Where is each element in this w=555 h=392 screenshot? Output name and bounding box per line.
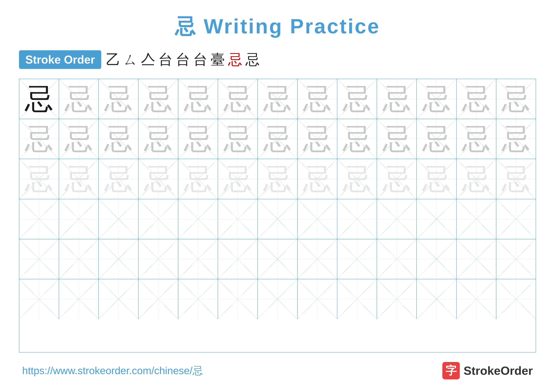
grid-cell-3-2[interactable]: 忌 [59,159,99,199]
grid-cell-1-11[interactable]: 忌 [417,79,456,119]
grid-cell-5-10[interactable] [377,239,417,279]
practice-grid: 忌 忌 忌 忌 忌 忌 忌 忌 忌 忌 忌 忌 忌 忌 忌 忌 忌 忌 忌 忌 … [19,79,536,352]
grid-cell-4-8[interactable] [298,199,337,239]
grid-cell-6-2[interactable] [59,279,99,319]
grid-row-2: 忌 忌 忌 忌 忌 忌 忌 忌 忌 忌 忌 忌 忌 [19,119,536,159]
grid-cell-1-3[interactable]: 忌 [99,79,139,119]
grid-cell-2-9[interactable]: 忌 [337,119,377,159]
grid-cell-6-1[interactable] [19,279,59,319]
footer-logo: 字 StrokeOrder [442,362,533,379]
grid-cell-3-10[interactable]: 忌 [377,159,417,199]
logo-text: StrokeOrder [464,364,533,378]
grid-cell-6-13[interactable] [496,279,536,319]
grid-cell-1-7[interactable]: 忌 [258,79,297,119]
grid-cell-5-3[interactable] [99,239,139,279]
grid-cell-4-5[interactable] [178,199,218,239]
grid-cell-2-10[interactable]: 忌 [377,119,417,159]
grid-cell-5-6[interactable] [218,239,258,279]
grid-cell-2-6[interactable]: 忌 [218,119,258,159]
grid-cell-4-12[interactable] [457,199,496,239]
grid-cell-2-8[interactable]: 忌 [298,119,337,159]
grid-cell-3-5[interactable]: 忌 [178,159,218,199]
grid-cell-3-12[interactable]: 忌 [457,159,496,199]
grid-cell-1-12[interactable]: 忌 [457,79,496,119]
grid-cell-4-10[interactable] [377,199,417,239]
grid-cell-4-4[interactable] [139,199,178,239]
grid-cell-6-3[interactable] [99,279,139,319]
grid-cell-6-5[interactable] [178,279,218,319]
grid-cell-2-2[interactable]: 忌 [59,119,99,159]
char-dark: 忌 [25,80,53,118]
grid-row-3: 忌 忌 忌 忌 忌 忌 忌 忌 忌 忌 忌 忌 忌 [19,159,536,199]
stroke-5: 台 [176,50,190,69]
grid-cell-2-3[interactable]: 忌 [99,119,139,159]
stroke-1: 乙 [106,50,120,69]
grid-cell-5-11[interactable] [417,239,456,279]
grid-cell-1-10[interactable]: 忌 [377,79,417,119]
grid-cell-1-5[interactable]: 忌 [178,79,218,119]
grid-cell-4-13[interactable] [496,199,536,239]
grid-cell-3-1[interactable]: 忌 [19,159,59,199]
grid-cell-2-1[interactable]: 忌 [19,119,59,159]
stroke-8: 忌 [228,50,242,69]
grid-cell-6-9[interactable] [337,279,377,319]
grid-cell-5-13[interactable] [496,239,536,279]
grid-cell-5-8[interactable] [298,239,337,279]
grid-cell-5-7[interactable] [258,239,297,279]
grid-cell-2-5[interactable]: 忌 [178,119,218,159]
grid-cell-4-2[interactable] [59,199,99,239]
grid-cell-6-4[interactable] [139,279,178,319]
grid-cell-4-9[interactable] [337,199,377,239]
grid-cell-5-5[interactable] [178,239,218,279]
logo-icon: 字 [442,362,460,379]
grid-cell-2-4[interactable]: 忌 [139,119,178,159]
grid-cell-4-11[interactable] [417,199,456,239]
stroke-2: ㄙ [124,50,138,69]
grid-cell-1-1[interactable]: 忌 [19,79,59,119]
grid-cell-2-12[interactable]: 忌 [457,119,496,159]
grid-cell-4-1[interactable] [19,199,59,239]
stroke-order-badge: Stroke Order [19,50,101,69]
grid-cell-3-13[interactable]: 忌 [496,159,536,199]
grid-cell-6-7[interactable] [258,279,297,319]
grid-cell-2-11[interactable]: 忌 [417,119,456,159]
grid-cell-1-2[interactable]: 忌 [59,79,99,119]
grid-cell-1-6[interactable]: 忌 [218,79,258,119]
grid-cell-5-1[interactable] [19,239,59,279]
grid-cell-1-8[interactable]: 忌 [298,79,337,119]
grid-cell-6-12[interactable] [457,279,496,319]
grid-cell-4-7[interactable] [258,199,297,239]
grid-row-1: 忌 忌 忌 忌 忌 忌 忌 忌 忌 忌 忌 忌 忌 [19,79,536,119]
grid-cell-3-7[interactable]: 忌 [258,159,297,199]
grid-row-5 [19,239,536,279]
grid-cell-6-8[interactable] [298,279,337,319]
stroke-order-row: Stroke Order 乙 ㄙ 亼 台 台 台 臺 忌 忌 [19,50,536,69]
grid-cell-4-3[interactable] [99,199,139,239]
stroke-6: 台 [193,50,207,69]
grid-cell-2-13[interactable]: 忌 [496,119,536,159]
grid-cell-2-7[interactable]: 忌 [258,119,297,159]
grid-cell-6-11[interactable] [417,279,456,319]
stroke-sequence: 乙 ㄙ 亼 台 台 台 臺 忌 忌 [106,50,260,69]
footer-url: https://www.strokeorder.com/chinese/忌 [22,364,203,378]
grid-cell-1-9[interactable]: 忌 [337,79,377,119]
grid-cell-6-6[interactable] [218,279,258,319]
grid-cell-5-2[interactable] [59,239,99,279]
page-title: 忌 Writing Practice [175,13,380,41]
grid-cell-6-10[interactable] [377,279,417,319]
grid-cell-3-9[interactable]: 忌 [337,159,377,199]
page: 忌 Writing Practice Stroke Order 乙 ㄙ 亼 台 … [0,0,555,392]
grid-cell-1-13[interactable]: 忌 [496,79,536,119]
grid-cell-3-6[interactable]: 忌 [218,159,258,199]
stroke-4: 台 [158,50,173,69]
grid-cell-5-12[interactable] [457,239,496,279]
grid-cell-4-6[interactable] [218,199,258,239]
grid-cell-3-11[interactable]: 忌 [417,159,456,199]
grid-cell-5-9[interactable] [337,239,377,279]
stroke-9: 忌 [245,50,260,69]
grid-cell-3-3[interactable]: 忌 [99,159,139,199]
grid-cell-3-8[interactable]: 忌 [298,159,337,199]
grid-cell-3-4[interactable]: 忌 [139,159,178,199]
grid-cell-5-4[interactable] [139,239,178,279]
grid-cell-1-4[interactable]: 忌 [139,79,178,119]
